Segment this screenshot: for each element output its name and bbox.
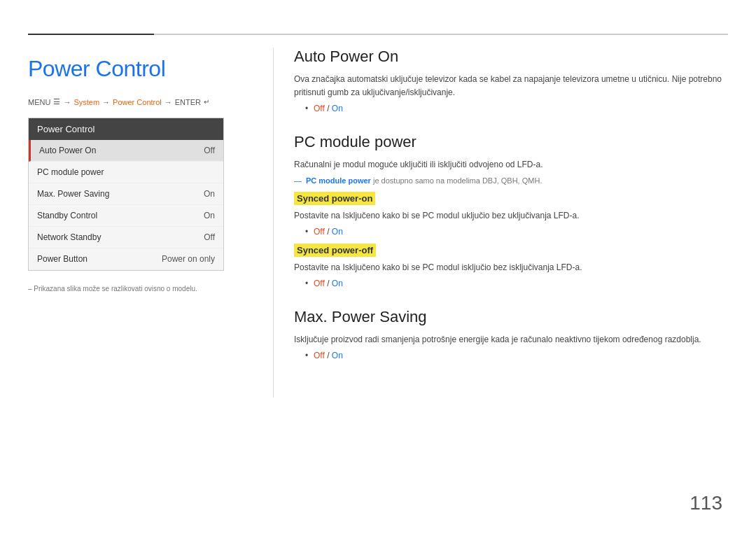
on-text: On [332,279,343,288]
separator: / [327,227,332,237]
bullet-list-max-power-saving: Off / On [305,351,728,360]
footnote: – Prikazana slika može se razlikovati ov… [28,285,252,293]
section-pc-module: PC module power Računalni je modul moguć… [294,133,728,288]
page-number: 113 [690,492,722,514]
menu-item-label: Auto Power On [39,146,96,155]
section-desc-auto-power-on: Ova značajka automatski uključuje televi… [294,73,728,99]
top-border [28,34,728,35]
breadcrumb-arrow1: → [63,98,71,106]
separator: / [327,351,332,360]
synced-on-desc: Postavite na Isključeno kako bi se PC mo… [294,209,728,223]
bullet-item: Off / On [305,351,728,360]
divider [273,48,274,398]
bullet-item: Off / On [305,104,728,113]
bullet-list-synced-on: Off / On [305,227,728,237]
section-title-pc-module: PC module power [294,133,728,151]
section-desc-pc-module: Računalni je modul moguće uključiti ili … [294,158,728,171]
breadcrumb-menu: MENU [28,98,50,106]
breadcrumb-system: System [74,98,99,106]
breadcrumb: MENU ☰ → System → Power Control → ENTER … [28,97,252,106]
separator: / [327,279,332,288]
bullet-item: Off / On [305,227,728,237]
sub-section-synced-off: Synced power-off Postavite na Isključeno… [294,244,728,288]
right-panel: Auto Power On Ova značajka automatski uk… [294,48,728,380]
menu-item-label: PC module power [37,167,104,177]
synced-power-on-label: Synced power-on [294,192,375,205]
menu-item-value: Power on only [162,254,215,264]
breadcrumb-arrow2: → [102,98,110,106]
off-text: Off [314,104,325,113]
bullet-item: Off / On [305,279,728,288]
breadcrumb-arrow3: → [164,98,172,106]
separator: / [327,104,332,113]
note-dash: — [294,176,302,185]
menu-item-power-button[interactable]: Power Button Power on only [29,248,223,270]
menu-item-value: On [204,211,215,220]
sub-section-synced-on: Synced power-on Postavite na Isključeno … [294,192,728,237]
on-text: On [332,227,343,237]
menu-item-label: Max. Power Saving [37,189,109,199]
menu-item-standby-control[interactable]: Standby Control On [29,205,223,227]
menu-item-max-saving[interactable]: Max. Power Saving On [29,183,223,205]
menu-item-value: Off [204,232,215,242]
bullet-list-auto-power-on: Off / On [305,104,728,113]
on-text: On [332,351,343,360]
section-title-auto-power-on: Auto Power On [294,48,728,66]
menu-item-network-standby[interactable]: Network Standby Off [29,227,223,248]
menu-item-label: Power Button [37,254,88,264]
menu-item-pc-module[interactable]: PC module power [29,162,223,183]
menu-item-label: Network Standby [37,232,101,242]
off-text: Off [314,227,325,237]
menu-item-value: Off [204,146,215,155]
breadcrumb-menu-icon: ☰ [53,97,60,106]
section-desc-max-power-saving: Isključuje proizvod radi smanjenja potro… [294,333,728,346]
off-text: Off [314,351,325,360]
page-title: Power Control [28,56,252,82]
bullet-list-synced-off: Off / On [305,279,728,288]
off-on-text: Off / On [314,351,343,360]
off-on-text: Off / On [314,279,343,288]
note-blue-text: PC module power [306,176,371,185]
menu-item-value: On [204,189,215,199]
section-max-power-saving: Max. Power Saving Isključuje proizvod ra… [294,308,728,360]
section-auto-power-on: Auto Power On Ova značajka automatski uk… [294,48,728,113]
synced-off-desc: Postavite na Isključeno kako bi se PC mo… [294,261,728,274]
synced-power-off-label: Synced power-off [294,244,376,257]
off-text: Off [314,279,325,288]
off-on-text: Off / On [314,227,343,237]
menu-item-label: Standby Control [37,211,97,220]
menu-box: Power Control Auto Power On Off PC modul… [28,118,224,271]
note-pc-module: — PC module power je dostupno samo na mo… [294,176,728,185]
left-panel: Power Control MENU ☰ → System → Power Co… [28,48,252,293]
breadcrumb-power-control: Power Control [113,98,162,106]
breadcrumb-enter-icon: ↵ [204,98,209,106]
breadcrumb-enter: ENTER [175,98,201,106]
note-rest-text: je dostupno samo na modelima DBJ, QBH, Q… [373,176,542,185]
off-on-text: Off / On [314,104,343,113]
section-title-max-power-saving: Max. Power Saving [294,308,728,326]
menu-header: Power Control [29,118,223,140]
menu-item-auto-power-on[interactable]: Auto Power On Off [29,140,223,162]
on-text: On [332,104,343,113]
